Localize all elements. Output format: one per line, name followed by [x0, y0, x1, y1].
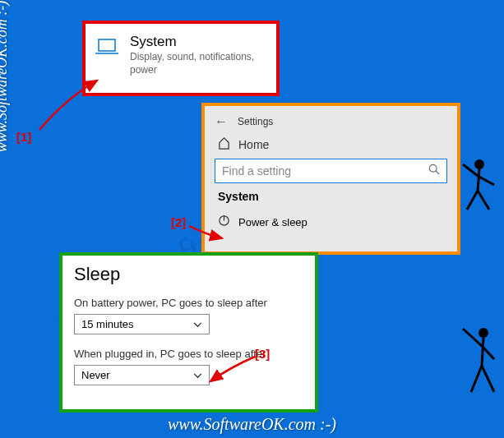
svg-line-17: [482, 366, 494, 392]
svg-rect-0: [99, 39, 115, 51]
annotation-1: [1]: [16, 130, 31, 144]
plugged-sleep-select[interactable]: Never: [74, 365, 210, 385]
svg-point-6: [474, 159, 484, 169]
arrow-1: [33, 74, 107, 140]
search-icon: [428, 164, 440, 178]
search-input[interactable]: Find a setting: [215, 159, 447, 183]
sleep-settings-panel: Sleep On battery power, PC goes to sleep…: [59, 252, 318, 413]
system-tile[interactable]: System Display, sound, notifications, po…: [82, 21, 280, 96]
settings-window: ← Settings Home Find a setting System Po…: [201, 103, 460, 255]
battery-sleep-select[interactable]: 15 minutes: [74, 314, 210, 334]
svg-line-11: [478, 191, 489, 210]
system-section-header: System: [218, 190, 447, 203]
arrow-3: [206, 355, 263, 388]
stick-figure-icon: [455, 325, 500, 399]
svg-line-7: [478, 169, 479, 191]
svg-line-10: [467, 191, 478, 210]
watermark-left: www.SoftwareOK.com :-): [0, 0, 11, 152]
chevron-down-icon: [193, 318, 202, 330]
home-icon: [218, 137, 230, 152]
arrow-2: [185, 222, 230, 247]
system-tile-title: System: [130, 34, 270, 50]
laptop-icon: [95, 39, 118, 76]
battery-sleep-label: On battery power, PC goes to sleep after: [74, 297, 303, 309]
back-icon[interactable]: ←: [215, 114, 228, 129]
battery-sleep-value: 15 minutes: [81, 318, 134, 330]
watermark-bottom: www.SoftwareOK.com :-): [0, 415, 504, 434]
stick-figure-icon: [455, 156, 500, 214]
home-nav-item[interactable]: Home: [215, 132, 447, 159]
svg-line-3: [436, 171, 439, 174]
power-sleep-label: Power & sleep: [238, 216, 307, 228]
annotation-2: [2]: [171, 215, 186, 229]
system-tile-subtitle: Display, sound, notifications, power: [130, 51, 270, 76]
sleep-title: Sleep: [74, 264, 303, 285]
plugged-sleep-value: Never: [81, 369, 110, 381]
svg-point-12: [479, 328, 488, 338]
home-label: Home: [238, 138, 269, 151]
power-sleep-nav-item[interactable]: Power & sleep: [215, 211, 447, 233]
svg-line-13: [482, 338, 483, 366]
chevron-down-icon: [193, 369, 202, 381]
settings-header-title: Settings: [238, 116, 273, 127]
svg-line-16: [471, 366, 482, 392]
search-placeholder: Find a setting: [222, 164, 291, 178]
svg-line-9: [478, 176, 494, 185]
